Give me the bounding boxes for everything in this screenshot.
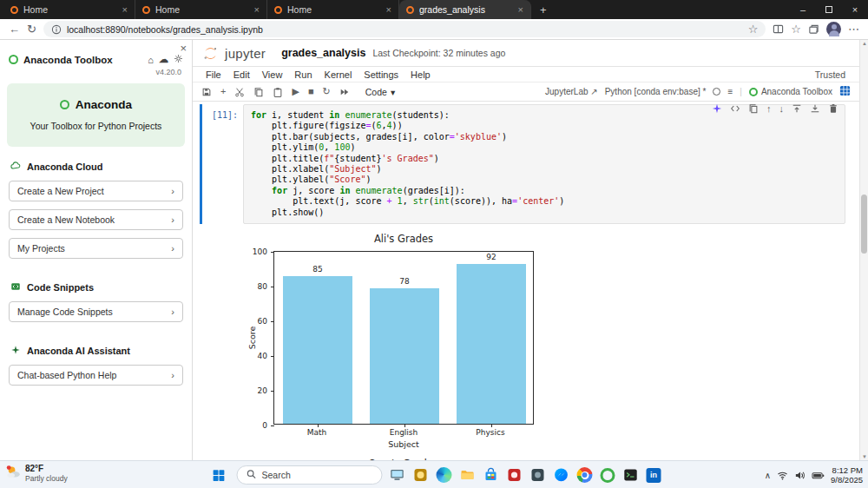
menu-edit[interactable]: Edit xyxy=(227,69,256,80)
linkedin-icon[interactable]: in xyxy=(647,468,661,483)
banner-subtitle: Your Toolbox for Python Projects xyxy=(14,121,178,131)
kernel-name[interactable]: Python [conda env:base] * xyxy=(605,87,707,96)
menu-file[interactable]: File xyxy=(200,69,227,80)
photos-app-icon[interactable] xyxy=(507,467,523,483)
menu-kernel[interactable]: Kernel xyxy=(319,69,358,80)
copy-cell-icon[interactable] xyxy=(253,87,264,97)
cloud-icon[interactable]: ☁ xyxy=(159,54,168,65)
browser-tab[interactable]: Home× xyxy=(3,0,135,19)
section-header: Anaconda Cloud xyxy=(10,161,181,173)
start-button[interactable] xyxy=(207,464,230,486)
sidebar-button-chat-based-python-help[interactable]: Chat-based Python Help› xyxy=(9,365,183,386)
menu-settings[interactable]: Settings xyxy=(358,69,404,80)
anaconda-app-icon[interactable] xyxy=(601,468,615,483)
restart-kernel-icon[interactable]: ↻ xyxy=(323,87,331,96)
profile-avatar[interactable] xyxy=(826,22,841,36)
browser-tab[interactable]: Home× xyxy=(135,0,267,19)
move-down-icon[interactable]: ↓ xyxy=(779,104,785,114)
insert-below-icon[interactable] xyxy=(810,103,820,114)
tab-close-icon[interactable]: × xyxy=(518,4,523,15)
scroll-up-icon[interactable]: ▲ xyxy=(860,41,868,46)
page-scrollbar[interactable]: ▲ ▼ xyxy=(859,40,868,460)
save-icon[interactable] xyxy=(201,87,212,97)
y-tick-label: 80 xyxy=(258,282,267,291)
sidebar-sections: Anaconda CloudCreate a New Project›Creat… xyxy=(0,161,192,386)
tab-close-icon[interactable]: × xyxy=(122,4,128,15)
desktop-app-icon[interactable] xyxy=(390,467,405,483)
jupyterlab-link[interactable]: JupyterLab ↗ xyxy=(545,87,598,96)
site-info-icon[interactable] xyxy=(51,24,62,35)
split-screen-icon[interactable] xyxy=(773,23,784,35)
sidebar-button-create-a-new-notebook[interactable]: Create a New Notebook› xyxy=(9,209,183,230)
maximize-icon[interactable] xyxy=(816,0,842,19)
cell-type-dropdown[interactable]: Code▾ xyxy=(365,87,395,97)
windows-taskbar: 82°F Partly cloudy Search in ∧ 8:12 PM 9… xyxy=(0,460,868,488)
volume-icon[interactable] xyxy=(794,470,806,481)
menu-view[interactable]: View xyxy=(256,69,289,80)
taskbar-search[interactable]: Search xyxy=(237,465,383,485)
settings-menu-icon[interactable]: ⋯ xyxy=(848,23,859,35)
anaconda-toolbox-link[interactable]: Anaconda Toolbox xyxy=(749,87,832,96)
tab-close-icon[interactable]: × xyxy=(386,4,391,15)
code-snippet-icon[interactable] xyxy=(730,103,740,114)
minimize-icon[interactable]: – xyxy=(790,0,816,19)
address-bar[interactable]: localhost:8890/notebooks/grades_analysis… xyxy=(43,21,766,37)
add-cell-icon[interactable]: + xyxy=(220,87,226,96)
battery-icon[interactable] xyxy=(812,470,825,481)
menu-run[interactable]: Run xyxy=(288,69,318,80)
scrollbar-thumb[interactable] xyxy=(861,195,867,254)
chrome-icon[interactable] xyxy=(577,467,593,483)
close-icon[interactable]: × xyxy=(842,0,868,19)
x-tick-label: Math xyxy=(273,428,360,437)
caret-down-icon: ▾ xyxy=(391,87,395,97)
url-text[interactable]: localhost:8890/notebooks/grades_analysis… xyxy=(67,24,743,35)
collections-icon[interactable] xyxy=(808,23,819,35)
stop-kernel-icon[interactable]: ■ xyxy=(308,87,314,96)
scroll-down-icon[interactable]: ▼ xyxy=(860,454,868,459)
favorites-icon[interactable]: ☆ xyxy=(791,23,801,35)
move-up-icon[interactable]: ↑ xyxy=(766,104,772,114)
store-icon[interactable] xyxy=(483,467,499,483)
terminal-app-icon[interactable] xyxy=(623,467,639,483)
sidebar-button-create-a-new-project[interactable]: Create a New Project› xyxy=(9,181,183,201)
clock[interactable]: 8:12 PM 9/8/2025 xyxy=(831,465,863,485)
duplicate-cell-icon[interactable] xyxy=(748,103,759,114)
menu-help[interactable]: Help xyxy=(404,69,437,80)
refresh-icon[interactable]: ↻ xyxy=(27,23,36,35)
y-tick-mark xyxy=(271,287,274,287)
browser-tab[interactable]: Home× xyxy=(267,0,399,19)
panel-close-icon[interactable]: × xyxy=(180,42,187,55)
weather-widget[interactable]: 82°F Partly cloudy xyxy=(6,464,68,483)
notebook-title[interactable]: grades_analysis xyxy=(281,47,365,59)
widgets-app-icon[interactable] xyxy=(413,467,429,483)
cut-cell-icon[interactable] xyxy=(234,87,245,97)
anaconda-toolbox-panel: × Anaconda Toolbox ⌂ ☁ v4.20.0 Anaconda … xyxy=(0,40,193,460)
toolbox-grid-icon[interactable] xyxy=(839,85,851,98)
bookmark-star-icon[interactable]: ☆ xyxy=(748,23,759,35)
cell-code-editor[interactable]: for i, student in enumerate(students): p… xyxy=(243,104,845,224)
tab-title: Home xyxy=(287,4,378,15)
notebook-content: [11]: for i, student in enumerate(studen… xyxy=(193,102,859,460)
insert-above-icon[interactable] xyxy=(792,103,802,114)
browser-tab[interactable]: grades_analysis× xyxy=(399,0,531,19)
sidebar-button-manage-code-snippets[interactable]: Manage Code Snippets› xyxy=(9,301,183,322)
back-icon[interactable]: ← xyxy=(9,23,20,35)
camera-app-icon[interactable] xyxy=(530,467,546,483)
jupyter-logo-icon[interactable] xyxy=(203,46,218,61)
paste-cell-icon[interactable] xyxy=(273,87,283,97)
delete-cell-icon[interactable] xyxy=(828,103,838,114)
menu-icon[interactable]: ≡ xyxy=(727,87,733,96)
sidebar-button-my-projects[interactable]: My Projects› xyxy=(9,238,183,259)
run-all-icon[interactable] xyxy=(339,87,350,97)
chevron-up-icon[interactable]: ∧ xyxy=(765,471,771,480)
run-cell-icon[interactable]: ▶ xyxy=(292,87,299,96)
messenger-icon[interactable] xyxy=(554,467,569,483)
home-icon[interactable]: ⌂ xyxy=(148,55,154,65)
ai-sparkle-icon[interactable] xyxy=(712,103,722,114)
wifi-icon[interactable] xyxy=(777,470,788,481)
tab-close-icon[interactable]: × xyxy=(254,4,260,15)
new-tab-button[interactable]: + xyxy=(531,3,556,16)
file-explorer-icon[interactable] xyxy=(460,467,476,483)
gear-icon[interactable] xyxy=(174,54,183,65)
edge-icon[interactable] xyxy=(437,467,452,483)
